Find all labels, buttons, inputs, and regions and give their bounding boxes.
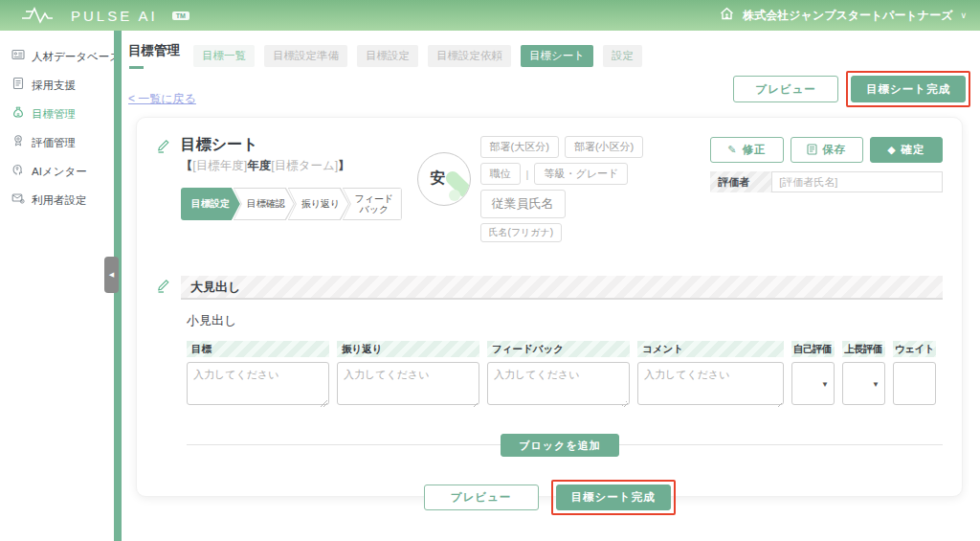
page-title: 目標管理 <box>128 42 180 59</box>
sheet-subtitle: 【[目標年度]年度[目標ターム]】 <box>181 158 417 174</box>
goal-target-icon <box>11 105 25 123</box>
select-chevron-icon: ▼ <box>872 380 880 389</box>
grade-field[interactable]: 等級・グレード <box>534 163 628 185</box>
sidebar-item-label: 目標管理 <box>32 107 76 122</box>
ai-mentor-icon <box>11 163 25 180</box>
page-title-underline <box>129 66 144 69</box>
sidebar-item-label: 採用支援 <box>32 79 76 93</box>
step-review: 振り返り <box>288 188 349 220</box>
phase-stepper: 目標設定 目標確認 振り返り フィードバック <box>181 188 417 220</box>
column-header-weight: ウェイト <box>893 341 936 357</box>
save-document-icon <box>807 144 817 157</box>
tab-goal-setting-request[interactable]: 目標設定依頼 <box>428 45 511 67</box>
sidebar-item-evaluation-management[interactable]: 評価管理 <box>0 128 114 157</box>
step-goal-setting: 目標設定 <box>181 188 240 220</box>
edit-heading-pencil-icon[interactable] <box>156 280 170 296</box>
position-field[interactable]: 職位 <box>480 163 521 185</box>
sidebar-collapse-handle[interactable]: ◀ <box>104 257 119 293</box>
tab-goal-setting-prep[interactable]: 目標設定準備 <box>264 45 347 67</box>
avatar-initial: 安 <box>431 169 446 189</box>
diamond-icon: ◆ <box>887 144 896 156</box>
step-goal-confirm: 目標確認 <box>234 188 295 220</box>
user-settings-icon <box>11 192 25 209</box>
annotation-highlight: 目標シート完成 <box>846 71 970 107</box>
weight-input[interactable] <box>893 362 936 405</box>
dept-minor-field[interactable]: 部署(小区分) <box>565 136 643 158</box>
employee-avatar: 安 <box>417 152 471 206</box>
evaluator-name-field[interactable]: [評価者氏名] <box>771 171 943 192</box>
column-header-self-eval: 自己評価 <box>791 341 835 357</box>
manager-eval-select[interactable]: ▼ <box>842 362 885 405</box>
sidebar-item-goal-management[interactable]: 目標管理 <box>0 100 114 128</box>
avatar-decoration <box>449 190 460 201</box>
goal-block-table: 目標 振り返り フィードバック コメント 自己評価 ▼ <box>187 341 943 409</box>
tab-goal-list[interactable]: 目標一覧 <box>193 45 255 67</box>
goal-sheet-card: 目標シート 【[目標年度]年度[目標ターム]】 目標設定 目標確認 振り返り <box>136 117 963 497</box>
year-placeholder: [目標年度] <box>192 159 247 172</box>
field-separator: | <box>526 169 529 180</box>
collapse-left-icon: ◀ <box>109 271 114 279</box>
employee-name-field[interactable]: 従業員氏名 <box>480 190 566 218</box>
company-name: 株式会社ジャンプスタートパートナーズ <box>743 8 952 24</box>
complete-sheet-button-bottom[interactable]: 目標シート完成 <box>556 485 671 510</box>
app-header: PULSE AI TM 株式会社ジャンプスタートパートナーズ ∨ <box>0 0 980 31</box>
sidebar-item-label: 人材データベース <box>32 50 121 64</box>
preview-button[interactable]: プレビュー <box>733 76 838 102</box>
column-header-manager-eval: 上長評価 <box>842 341 885 357</box>
save-button[interactable]: 保存 <box>791 137 863 163</box>
sidebar: 人材データベース 採用支援 目標管理 評価管理 AIメンター <box>0 31 114 541</box>
step-feedback: フィードバック <box>343 188 402 220</box>
sidebar-item-label: 評価管理 <box>32 136 76 150</box>
home-icon <box>719 6 735 26</box>
name-kana-field[interactable]: 氏名(フリガナ) <box>480 223 563 242</box>
sidebar-item-talent-database[interactable]: 人材データベース <box>0 42 114 71</box>
pulse-logo-icon <box>21 6 61 25</box>
tab-goal-sheet[interactable]: 目標シート <box>521 45 593 67</box>
main-content: 目標管理 目標一覧 目標設定準備 目標設定 目標設定依頼 目標シート 設定 < … <box>122 31 980 541</box>
employee-profile-fields: 部署(大区分) 部署(小区分) 職位 | 等級・グレード 従業員氏名 氏名(フリ… <box>480 135 711 247</box>
add-block-button[interactable]: ブロックを追加 <box>501 434 619 457</box>
sidebar-item-recruiting-support[interactable]: 採用支援 <box>0 71 114 100</box>
self-eval-select[interactable]: ▼ <box>791 362 835 405</box>
column-header-goal: 目標 <box>187 341 329 357</box>
back-to-list-link[interactable]: < 一覧に戻る <box>128 91 196 107</box>
column-header-review: 振り返り <box>337 341 479 357</box>
confirm-button[interactable]: ◆ 確定 <box>870 137 943 163</box>
sidebar-item-label: 利用者設定 <box>32 193 87 208</box>
app-logo: PULSE AI TM <box>21 6 189 25</box>
annotation-highlight: 目標シート完成 <box>551 480 676 515</box>
tab-bar: 目標管理 目標一覧 目標設定準備 目標設定 目標設定依頼 目標シート 設定 <box>122 31 980 69</box>
sidebar-item-ai-mentor[interactable]: AIメンター <box>0 157 114 186</box>
term-placeholder: [目標ターム] <box>271 159 338 172</box>
tab-settings[interactable]: 設定 <box>603 45 642 67</box>
preview-button-bottom[interactable]: プレビュー <box>424 485 539 510</box>
goal-textarea[interactable] <box>187 362 329 405</box>
tab-goal-setting[interactable]: 目標設定 <box>357 45 418 67</box>
large-heading-bar: 大見出し <box>181 276 943 300</box>
logo-text: PULSE AI <box>71 8 158 24</box>
company-account-selector[interactable]: 株式会社ジャンプスタートパートナーズ ∨ <box>719 6 967 26</box>
pencil-icon: ✎ <box>727 144 737 156</box>
complete-sheet-button[interactable]: 目標シート完成 <box>851 76 966 102</box>
recruiting-document-icon <box>11 77 25 94</box>
people-database-icon <box>11 48 25 65</box>
comment-textarea[interactable] <box>637 362 784 405</box>
edit-sheet-pencil-icon[interactable] <box>156 140 170 156</box>
select-chevron-icon: ▼ <box>821 380 829 389</box>
evaluator-label: 評価者 <box>710 171 771 192</box>
sidebar-item-user-settings[interactable]: 利用者設定 <box>0 186 114 214</box>
logo-tm-badge: TM <box>172 11 189 20</box>
column-header-feedback: フィードバック <box>487 341 630 357</box>
edit-button[interactable]: ✎ 修正 <box>710 137 783 163</box>
feedback-textarea[interactable] <box>487 362 630 405</box>
sheet-title: 目標シート <box>181 135 417 155</box>
column-header-comment: コメント <box>637 341 784 357</box>
dept-major-field[interactable]: 部署(大区分) <box>480 136 559 158</box>
small-heading: 小見出し <box>187 312 943 329</box>
review-textarea[interactable] <box>337 362 479 405</box>
sidebar-item-label: AIメンター <box>32 165 87 179</box>
evaluation-medal-icon <box>11 134 25 151</box>
chevron-down-icon: ∨ <box>960 11 967 20</box>
